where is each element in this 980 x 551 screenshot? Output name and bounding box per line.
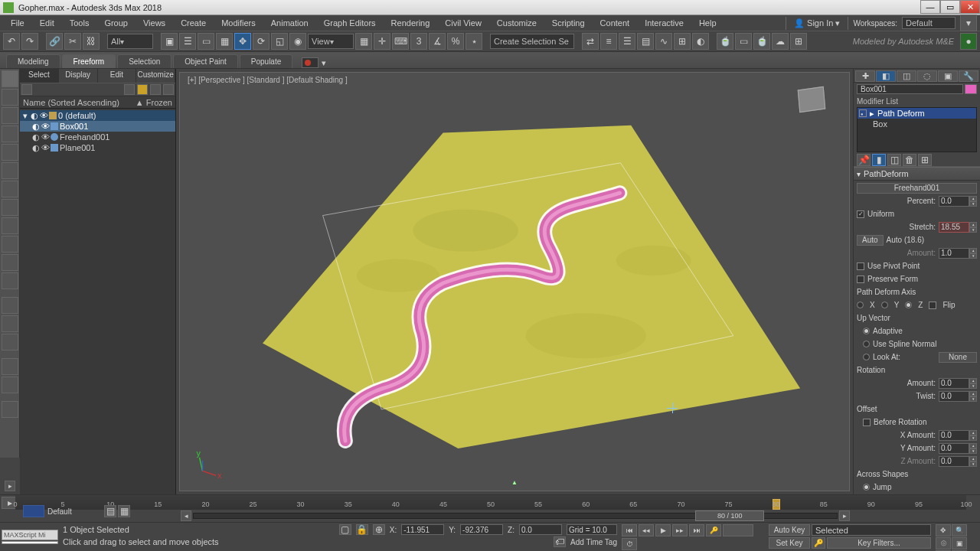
link-icon[interactable]: 🔗 [46, 33, 63, 50]
mirror-icon[interactable]: ⇄ [582, 33, 599, 50]
axis-y-radio[interactable] [881, 302, 888, 308]
explorer-add-icon[interactable] [163, 84, 174, 95]
rollup-pathdeform-header[interactable]: ▾ PathDeform [854, 167, 980, 181]
modifier-list-label[interactable]: Modifier List [854, 96, 980, 107]
time-slider-handle[interactable]: 80 / 100 [695, 510, 764, 521]
menu-content[interactable]: Content [593, 17, 638, 29]
redo-icon[interactable]: ↷ [21, 33, 38, 50]
setkey-key-icon[interactable]: 🔑 [812, 537, 825, 549]
goto-end-icon[interactable]: ⏭ [689, 524, 704, 536]
close-button[interactable]: ✕ [960, 0, 980, 14]
object-name-field[interactable] [857, 84, 963, 94]
explorer-col-frozen[interactable]: ▲ Frozen [136, 98, 172, 106]
nav-pan-icon[interactable]: ✥ [936, 524, 951, 536]
selection-lock-icon[interactable]: 🔒 [356, 524, 368, 535]
menu-interactive[interactable]: Interactive [637, 17, 691, 29]
angle-snap-icon[interactable]: ∡ [429, 33, 446, 50]
expand-left-icon[interactable]: ▸ [5, 481, 15, 491]
next-frame-icon[interactable]: ▸▸ [672, 524, 688, 536]
viewport-label[interactable]: [+] [Perspective ] [Standard ] [Default … [188, 76, 348, 84]
make-unique-icon[interactable]: ◫ [887, 154, 901, 166]
goto-start-icon[interactable]: ⏮ [622, 524, 637, 536]
pivot-checkbox[interactable] [857, 262, 864, 270]
material-slot-a-icon[interactable]: ▤ [104, 505, 116, 517]
toggle-ribbon-icon[interactable]: ▤ [637, 33, 654, 50]
preserve-checkbox[interactable] [857, 276, 864, 283]
bind-icon[interactable]: ⛓ [83, 33, 100, 50]
menu-help[interactable]: Help [691, 17, 724, 29]
pin-stack-icon[interactable]: 📌 [857, 154, 871, 166]
cmd-tab-hierarchy-icon[interactable]: ◫ [897, 70, 916, 82]
explorer-col-name[interactable]: Name (Sorted Ascending) [23, 98, 136, 106]
explorer-view-icon[interactable] [124, 84, 135, 95]
select-scale-icon[interactable]: ◱ [271, 33, 288, 50]
configure-sets-icon[interactable]: ⊞ [918, 154, 932, 166]
undo-icon[interactable]: ↶ [3, 33, 20, 50]
material-preview[interactable] [23, 505, 44, 517]
axis-z-radio[interactable] [905, 302, 912, 308]
select-place-icon[interactable]: ◉ [289, 33, 306, 50]
ref-coord-dropdown[interactable]: View ▾ [308, 34, 354, 49]
ribbon-tab-freeform[interactable]: Freeform [62, 54, 116, 68]
spline-pick-button[interactable]: Freehand001 [857, 183, 977, 194]
menu-animation[interactable]: Animation [263, 17, 316, 29]
menu-grapheditors[interactable]: Graph Editors [316, 17, 384, 29]
autokey-button[interactable]: Auto Key [769, 524, 810, 536]
menu-file[interactable]: File [3, 17, 32, 29]
select-by-name-icon[interactable]: ☰ [179, 33, 196, 50]
menu-create[interactable]: Create [173, 17, 214, 29]
material-slot-b-icon[interactable]: ▦ [118, 505, 130, 517]
coord-y-field[interactable] [460, 524, 503, 535]
stretch-spinner[interactable]: ▴▾ [939, 222, 977, 233]
render-production-icon[interactable]: 🍵 [753, 33, 770, 50]
rot-amount-spinner[interactable]: ▴▾ [939, 378, 977, 389]
auto-button[interactable]: Auto [857, 235, 884, 246]
keyboard-shortcut-icon[interactable]: ⌨ [392, 33, 409, 50]
time-slider[interactable]: ◂ 80 / 100 ▸ [181, 510, 850, 522]
setkey-button[interactable]: Set Key [769, 537, 810, 549]
menu-customize[interactable]: Customize [489, 17, 544, 29]
prev-frame-icon[interactable]: ◂◂ [639, 524, 654, 536]
twist-spinner[interactable]: ▴▾ [939, 391, 977, 402]
render-frame-icon[interactable]: ▭ [735, 33, 752, 50]
record-indicator-icon[interactable] [302, 57, 318, 68]
coord-z-field[interactable] [519, 524, 562, 535]
absolute-mode-icon[interactable]: ⊕ [373, 524, 385, 535]
explorer-tab-display[interactable]: Display [59, 69, 98, 83]
cmd-tab-create-icon[interactable]: ✚ [855, 70, 875, 82]
rectangular-region-icon[interactable]: ▭ [198, 33, 214, 50]
maxscript-input[interactable] [2, 541, 58, 544]
explorer-filter-icon[interactable] [137, 84, 148, 95]
percent-spinner[interactable]: ▴▾ [939, 196, 977, 207]
ribbon-tab-modeling[interactable]: Modeling [6, 54, 60, 68]
nav-fov-icon[interactable]: ⦾ [936, 537, 951, 549]
add-time-tag-label[interactable]: Add Time Tag [570, 538, 617, 546]
ribbon-tab-populate[interactable]: Populate [240, 54, 292, 68]
menu-tools[interactable]: Tools [62, 17, 97, 29]
menu-views[interactable]: Views [136, 17, 173, 29]
menu-modifiers[interactable]: Modifiers [214, 17, 263, 29]
before-rot-checkbox[interactable] [863, 419, 871, 426]
explorer-tab-customize[interactable]: Customize [136, 69, 175, 83]
tree-item-freehand001[interactable]: ◐👁 Freehand001 [20, 132, 175, 142]
track-bar[interactable]: ▸ 05101520253035404550556065707580859095… [0, 494, 980, 510]
modifier-enable-icon[interactable] [859, 109, 867, 117]
uniform-checkbox[interactable]: ✓ [857, 210, 864, 218]
select-object-icon[interactable]: ▣ [161, 33, 178, 50]
named-selection-dropdown[interactable]: Create Selection Se [490, 34, 574, 49]
schematic-view-icon[interactable]: ⊞ [674, 33, 691, 50]
play-icon[interactable]: ▶ [655, 524, 671, 536]
track-scale[interactable]: 0510152025303540455055606570758085909510… [15, 495, 966, 510]
nav-zoom-icon[interactable]: 🔍 [952, 524, 967, 536]
maxscript-listener[interactable]: MAXScript Mi [2, 530, 58, 540]
coord-x-field[interactable] [401, 524, 444, 535]
explorer-search-clear-icon[interactable] [21, 84, 32, 95]
time-config-icon[interactable]: ⏱ [622, 538, 637, 550]
show-end-result-icon[interactable]: ▮ [872, 154, 886, 166]
align-icon[interactable]: ≡ [600, 33, 617, 50]
viewport-perspective[interactable]: [+] [Perspective ] [Standard ] [Default … [179, 72, 850, 491]
window-crossing-icon[interactable]: ▦ [216, 33, 233, 50]
select-move-icon[interactable]: ✥ [234, 33, 251, 50]
minimize-button[interactable]: — [920, 0, 940, 14]
ribbon-tab-selection[interactable]: Selection [117, 54, 172, 68]
